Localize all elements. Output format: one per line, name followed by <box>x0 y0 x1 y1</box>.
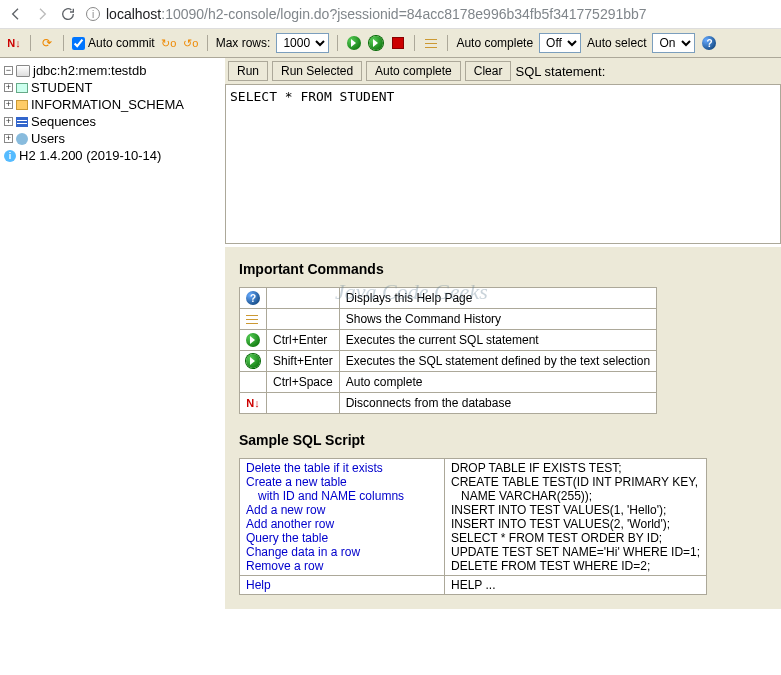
address-bar[interactable]: i localhost:10090/h2-console/login.do?js… <box>86 6 773 22</box>
tree-schema[interactable]: +INFORMATION_SCHEMA <box>4 96 221 113</box>
commands-table: ?Displays this Help Page Shows the Comma… <box>239 287 657 414</box>
table-row: Ctrl+EnterExecutes the current SQL state… <box>240 330 657 351</box>
cmd-desc: Disconnects from the database <box>339 393 656 414</box>
separator <box>63 35 64 51</box>
cmd-key: Ctrl+Space <box>267 372 340 393</box>
cmd-desc: Executes the current SQL statement <box>339 330 656 351</box>
stop-icon[interactable] <box>390 35 406 51</box>
cmd-desc: Displays this Help Page <box>339 288 656 309</box>
auto-complete-button[interactable]: Auto complete <box>366 61 461 81</box>
users-icon <box>16 133 28 145</box>
separator <box>414 35 415 51</box>
disconnect-icon: N↓ <box>246 397 259 409</box>
expand-icon[interactable]: + <box>4 117 13 126</box>
script-heading: Sample SQL Script <box>239 432 767 448</box>
commit-icon[interactable]: ↻o <box>161 35 177 51</box>
tree-table-student[interactable]: +STUDENT <box>4 79 221 96</box>
table-icon <box>16 83 28 93</box>
separator <box>30 35 31 51</box>
expand-icon[interactable]: − <box>4 66 13 75</box>
browser-bar: i localhost:10090/h2-console/login.do?js… <box>0 0 781 29</box>
commands-panel: Java Code Geeks Important Commands ?Disp… <box>225 247 781 609</box>
rollback-icon[interactable]: ↺o <box>183 35 199 51</box>
toolbar: N↓ ⟳ Auto commit ↻o ↺o Max rows: 1000 Au… <box>0 29 781 58</box>
separator <box>337 35 338 51</box>
auto-complete-select[interactable]: Off <box>539 33 581 53</box>
history-icon[interactable] <box>423 35 439 51</box>
grid-icon <box>16 117 28 127</box>
table-row: Shows the Command History <box>240 309 657 330</box>
info-icon: i <box>4 150 16 162</box>
clear-button[interactable]: Clear <box>465 61 512 81</box>
help-icon: ? <box>246 291 260 305</box>
tree-db[interactable]: −jdbc:h2:mem:testdb <box>4 62 221 79</box>
cmd-key: Shift+Enter <box>267 351 340 372</box>
content: Run Run Selected Auto complete Clear SQL… <box>225 58 781 609</box>
run-selected-button[interactable]: Run Selected <box>272 61 362 81</box>
refresh-icon[interactable]: ⟳ <box>39 35 55 51</box>
folder-icon <box>16 100 28 110</box>
tree-users[interactable]: +Users <box>4 130 221 147</box>
sql-input[interactable] <box>225 84 781 244</box>
run-selected-icon[interactable] <box>368 35 384 51</box>
script-help-sql: HELP ... <box>445 576 707 595</box>
tree-label: INFORMATION_SCHEMA <box>31 97 184 112</box>
cmd-key <box>267 288 340 309</box>
table-row: N↓Disconnects from the database <box>240 393 657 414</box>
database-icon <box>16 65 30 77</box>
sql-label: SQL statement: <box>515 64 605 79</box>
tree-label: Sequences <box>31 114 96 129</box>
tree-label: H2 1.4.200 (2019-10-14) <box>19 148 161 163</box>
table-row: Ctrl+SpaceAuto complete <box>240 372 657 393</box>
tree-label: Users <box>31 131 65 146</box>
help-icon[interactable]: ? <box>701 35 717 51</box>
auto-select-label: Auto select <box>587 36 646 50</box>
script-labels[interactable]: Delete the table if it exists Create a n… <box>240 459 445 576</box>
max-rows-select[interactable]: 1000 <box>276 33 329 53</box>
tree-label: jdbc:h2:mem:testdb <box>33 63 146 78</box>
history-icon <box>246 313 258 325</box>
run-icon <box>246 333 260 347</box>
table-row: Delete the table if it exists Create a n… <box>240 459 707 576</box>
tree-label: STUDENT <box>31 80 92 95</box>
cmd-key <box>267 309 340 330</box>
auto-select-select[interactable]: On <box>652 33 695 53</box>
script-table: Delete the table if it exists Create a n… <box>239 458 707 595</box>
commands-heading: Important Commands <box>239 261 767 277</box>
tree-version: iH2 1.4.200 (2019-10-14) <box>4 147 221 164</box>
cmd-desc: Auto complete <box>339 372 656 393</box>
auto-complete-label: Auto complete <box>456 36 533 50</box>
auto-commit-checkbox[interactable]: Auto commit <box>72 36 155 50</box>
auto-commit-input[interactable] <box>72 37 85 50</box>
separator <box>447 35 448 51</box>
max-rows-label: Max rows: <box>216 36 271 50</box>
run-button[interactable]: Run <box>228 61 268 81</box>
run-selected-icon <box>246 354 260 368</box>
run-icon[interactable] <box>346 35 362 51</box>
sql-toolbar: Run Run Selected Auto complete Clear SQL… <box>225 58 781 84</box>
back-button[interactable] <box>8 6 24 22</box>
sidebar: −jdbc:h2:mem:testdb +STUDENT +INFORMATIO… <box>0 58 225 609</box>
expand-icon[interactable]: + <box>4 100 13 109</box>
separator <box>207 35 208 51</box>
script-sql: DROP TABLE IF EXISTS TEST; CREATE TABLE … <box>445 459 707 576</box>
table-row: Help HELP ... <box>240 576 707 595</box>
info-icon: i <box>86 7 100 21</box>
expand-icon[interactable]: + <box>4 83 13 92</box>
expand-icon[interactable]: + <box>4 134 13 143</box>
table-row: Shift+EnterExecutes the SQL statement de… <box>240 351 657 372</box>
cmd-desc: Shows the Command History <box>339 309 656 330</box>
cmd-desc: Executes the SQL statement defined by th… <box>339 351 656 372</box>
reload-button[interactable] <box>60 6 76 22</box>
cmd-key <box>267 393 340 414</box>
tree-sequences[interactable]: +Sequences <box>4 113 221 130</box>
forward-button[interactable] <box>34 6 50 22</box>
disconnect-icon[interactable]: N↓ <box>6 35 22 51</box>
table-row: ?Displays this Help Page <box>240 288 657 309</box>
cmd-key: Ctrl+Enter <box>267 330 340 351</box>
url-text: localhost:10090/h2-console/login.do?jses… <box>106 6 647 22</box>
script-help-label[interactable]: Help <box>240 576 445 595</box>
